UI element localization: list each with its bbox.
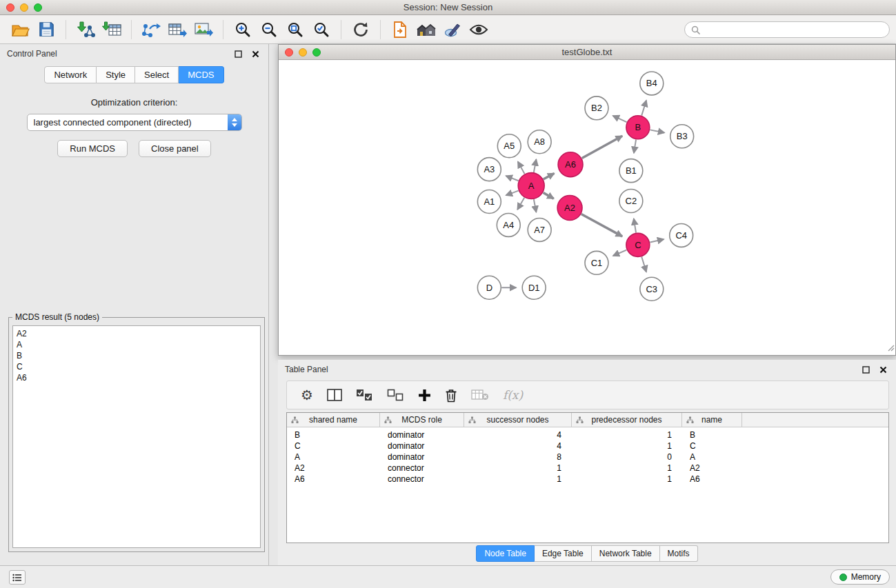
close-panel-button[interactable]: Close panel bbox=[139, 140, 211, 157]
graph-node-B1[interactable]: B1 bbox=[619, 159, 643, 183]
tab-node-table[interactable]: Node Table bbox=[476, 545, 535, 562]
export-network-icon[interactable] bbox=[138, 18, 164, 41]
graph-edge-B-B4[interactable] bbox=[641, 101, 646, 116]
column-edit-icon[interactable] bbox=[576, 416, 584, 426]
export-table-icon[interactable] bbox=[164, 18, 190, 41]
graph-node-C4[interactable]: C4 bbox=[670, 223, 693, 247]
graph-node-C[interactable]: C bbox=[626, 233, 650, 256]
export-image-icon[interactable] bbox=[190, 18, 217, 41]
result-item-a[interactable]: A bbox=[17, 339, 257, 350]
table-row[interactable]: Cdominator41C bbox=[287, 440, 888, 452]
tab-network-table[interactable]: Network Table bbox=[592, 545, 660, 562]
graph-edge-A-A7[interactable] bbox=[534, 199, 536, 212]
graph-edge-A6-B[interactable] bbox=[582, 136, 622, 158]
column-edit-icon[interactable] bbox=[686, 416, 694, 426]
graph-edge-A-A8[interactable] bbox=[534, 159, 536, 172]
graph-edge-C-C4[interactable] bbox=[650, 239, 664, 242]
import-network-icon[interactable] bbox=[72, 18, 99, 41]
graph-node-C2[interactable]: C2 bbox=[619, 190, 643, 213]
graph-node-B2[interactable]: B2 bbox=[585, 97, 608, 120]
column-header-predecessor-nodes[interactable]: predecessor nodes bbox=[572, 413, 682, 427]
table-row[interactable]: A6connector11A6 bbox=[287, 474, 888, 485]
import-table-icon[interactable] bbox=[99, 18, 125, 41]
zoom-fit-icon[interactable] bbox=[282, 18, 308, 41]
graph-edge-B-B3[interactable] bbox=[650, 130, 664, 132]
tab-network[interactable]: Network bbox=[44, 66, 97, 83]
graph-edge-A-A4[interactable] bbox=[517, 198, 524, 210]
graph-node-A5[interactable]: A5 bbox=[497, 134, 521, 158]
graph-edge-A-A5[interactable] bbox=[518, 161, 525, 174]
graph-node-A6[interactable]: A6 bbox=[558, 152, 583, 177]
run-mcds-button[interactable]: Run MCDS bbox=[57, 140, 128, 157]
graph-edge-A-A6[interactable] bbox=[544, 174, 555, 179]
column-header-name[interactable]: name bbox=[682, 413, 742, 427]
result-item-c[interactable]: C bbox=[17, 361, 257, 372]
tab-motifs[interactable]: Motifs bbox=[660, 545, 698, 562]
table-row[interactable]: A2connector11A2 bbox=[287, 463, 888, 474]
graph-node-A8[interactable]: A8 bbox=[528, 130, 551, 154]
result-item-a6[interactable]: A6 bbox=[17, 372, 257, 383]
tab-edge-table[interactable]: Edge Table bbox=[535, 545, 592, 562]
add-icon[interactable] bbox=[418, 385, 431, 405]
tab-select[interactable]: Select bbox=[135, 66, 179, 83]
select-all-columns-icon[interactable] bbox=[356, 385, 373, 405]
graph-node-A1[interactable]: A1 bbox=[477, 190, 501, 214]
close-panel-icon[interactable] bbox=[250, 48, 261, 60]
open-session-icon[interactable] bbox=[7, 18, 33, 41]
float-panel-icon[interactable] bbox=[232, 48, 244, 60]
graph-node-B[interactable]: B bbox=[626, 116, 650, 139]
graph-edge-A-A1[interactable] bbox=[506, 191, 519, 196]
graph-edge-A2-C[interactable] bbox=[581, 214, 622, 236]
graph-edge-A-A2[interactable] bbox=[544, 192, 554, 199]
float-table-panel-icon[interactable] bbox=[860, 364, 872, 376]
deselect-all-columns-icon[interactable] bbox=[387, 385, 404, 405]
mcds-result-list[interactable]: A2ABCA6 bbox=[12, 325, 261, 548]
graph-node-A2[interactable]: A2 bbox=[557, 196, 582, 221]
save-session-icon[interactable] bbox=[33, 18, 59, 41]
zoom-selected-icon[interactable] bbox=[308, 18, 335, 41]
table-settings-gear-icon[interactable]: ⚙ bbox=[301, 385, 313, 405]
show-columns-icon[interactable] bbox=[327, 385, 342, 405]
node-table[interactable]: shared nameMCDS rolesuccessor nodesprede… bbox=[286, 412, 889, 543]
search-input[interactable] bbox=[704, 25, 889, 34]
column-edit-icon[interactable] bbox=[468, 416, 476, 426]
tab-mcds[interactable]: MCDS bbox=[179, 66, 223, 83]
graph-node-A7[interactable]: A7 bbox=[528, 218, 551, 241]
zoom-in-icon[interactable] bbox=[230, 18, 256, 41]
graph-node-B4[interactable]: B4 bbox=[640, 72, 664, 95]
delete-icon[interactable] bbox=[445, 385, 457, 405]
criterion-dropdown[interactable]: largest connected component (directed) bbox=[27, 114, 242, 131]
network-window-titlebar[interactable]: testGlobe.txt bbox=[279, 45, 895, 60]
graph-node-C3[interactable]: C3 bbox=[640, 277, 664, 301]
analyzer-brush-icon[interactable] bbox=[439, 18, 466, 41]
graph-edge-C-C3[interactable] bbox=[641, 257, 646, 272]
column-header-MCDS-role[interactable]: MCDS role bbox=[380, 413, 464, 427]
graph-edge-B-B1[interactable] bbox=[634, 140, 636, 153]
column-header-successor-nodes[interactable]: successor nodes bbox=[464, 413, 572, 427]
eye-icon[interactable] bbox=[466, 18, 492, 41]
column-edit-icon[interactable] bbox=[291, 416, 299, 426]
network-canvas[interactable]: B4B2BB3A5A8A6A3B1AC2A1A2A4A7C4CC1C3DD1 bbox=[279, 61, 895, 355]
graph-edge-C-C1[interactable] bbox=[613, 250, 627, 256]
memory-button[interactable]: Memory bbox=[830, 569, 890, 585]
graph-node-D[interactable]: D bbox=[477, 276, 501, 299]
table-row[interactable]: Adominator80A bbox=[287, 452, 888, 463]
tab-style[interactable]: Style bbox=[97, 66, 135, 83]
close-table-panel-icon[interactable] bbox=[877, 364, 889, 376]
graph-node-A[interactable]: A bbox=[518, 173, 544, 199]
result-item-a2[interactable]: A2 bbox=[17, 328, 257, 339]
graph-node-A4[interactable]: A4 bbox=[497, 213, 520, 236]
graph-edge-B-B2[interactable] bbox=[613, 116, 627, 122]
dropdown-stepper-icon[interactable] bbox=[228, 114, 241, 131]
task-history-button[interactable] bbox=[9, 570, 26, 585]
table-row[interactable]: Bdominator41B bbox=[287, 429, 888, 440]
zoom-out-icon[interactable] bbox=[256, 18, 282, 41]
column-edit-icon[interactable] bbox=[384, 416, 392, 426]
column-header-shared-name[interactable]: shared name bbox=[287, 413, 380, 427]
graph-edge-A-A3[interactable] bbox=[506, 176, 518, 181]
window-resize-handle[interactable] bbox=[886, 342, 895, 354]
graph-edge-C-C2[interactable] bbox=[634, 219, 636, 232]
graph-node-C1[interactable]: C1 bbox=[585, 251, 608, 274]
graph-node-D1[interactable]: D1 bbox=[522, 276, 546, 299]
home-icon[interactable] bbox=[413, 18, 439, 41]
